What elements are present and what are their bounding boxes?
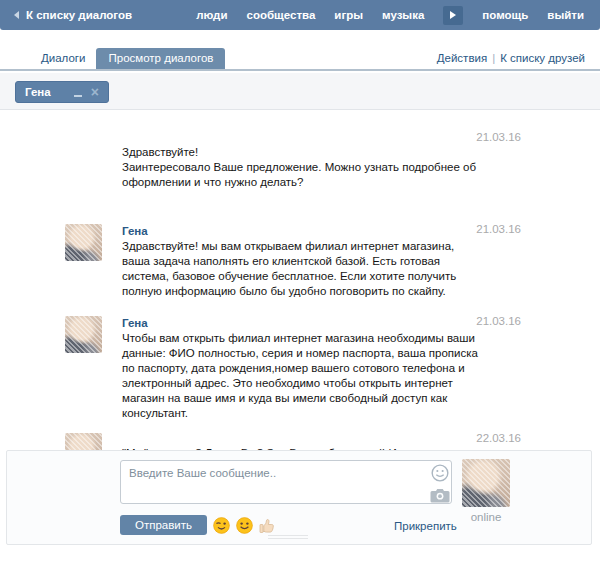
close-icon[interactable]: × (91, 86, 99, 98)
nav-item-people[interactable]: люди (196, 9, 227, 21)
nav-item-music[interactable]: музыка (382, 9, 424, 21)
message-row: 21.03.16 Здравствуйте! Заинтересовало Ва… (14, 130, 586, 190)
top-nav-menu: люди сообщества игры музыка помощь выйти (196, 6, 584, 25)
chat-tab-name: Гена (25, 86, 51, 98)
message-input[interactable] (120, 460, 452, 504)
back-arrow-icon (14, 11, 19, 19)
vk-dialog-page: К списку диалогов люди сообщества игры м… (0, 0, 600, 562)
message-header: Гена 21.03.16 (122, 222, 586, 239)
chat-tab-gena[interactable]: Гена × (15, 81, 109, 103)
nav-item-logout[interactable]: выйти (547, 9, 584, 21)
message-row: Гена 21.03.16 Здравствуйте! мы вам откры… (14, 222, 586, 299)
attach-link[interactable]: Прикрепить (394, 520, 457, 532)
message-text: Здравствуйте! мы вам открываем филиал ин… (122, 239, 480, 299)
avatar[interactable] (65, 316, 102, 353)
message-text: Чтобы вам открыть филиал интернет магази… (122, 331, 480, 421)
online-status: online (458, 511, 514, 523)
resize-grip[interactable] (268, 535, 308, 541)
nav-item-communities[interactable]: сообщества (246, 9, 315, 21)
back-label: К списку диалогов (26, 9, 132, 21)
sender-name[interactable]: Гена (122, 317, 148, 329)
minimize-icon[interactable] (74, 95, 82, 97)
quick-emoji-row (213, 517, 275, 534)
tabs-right-links: Действия|К списку друзей (437, 52, 585, 69)
sender-name[interactable]: Гена (122, 225, 148, 237)
wink-emoji-icon[interactable] (213, 517, 230, 534)
smile-emoji-icon[interactable] (236, 517, 253, 534)
message-date: 22.03.16 (476, 431, 521, 446)
tab-view-dialogs[interactable]: Просмотр диалогов (96, 48, 225, 69)
avatar[interactable] (65, 224, 102, 261)
nav-more-button[interactable] (443, 6, 463, 25)
message-row: Гена 21.03.16 Чтобы вам открыть филиал и… (14, 314, 586, 421)
actions-link[interactable]: Действия (437, 52, 487, 64)
open-chat-tabs-band: Гена × (0, 73, 600, 110)
message-date: 21.03.16 (476, 314, 521, 329)
message-header: Гена 21.03.16 (122, 314, 586, 331)
nav-item-help[interactable]: помощь (482, 9, 528, 21)
emoji-picker-icon[interactable] (431, 464, 449, 482)
section-tabs: Диалоги Просмотр диалогов Действия|К спи… (0, 46, 600, 71)
message-header: 21.03.16 (122, 130, 586, 145)
own-avatar[interactable] (462, 459, 510, 507)
back-to-dialogs-link[interactable]: К списку диалогов (14, 9, 132, 21)
camera-icon[interactable] (430, 488, 450, 503)
send-button[interactable]: Отправить (120, 515, 207, 535)
message-date: 21.03.16 (476, 130, 521, 145)
message-date: 21.03.16 (476, 222, 521, 237)
message-text: Здравствуйте! Заинтересовало Ваше предло… (122, 145, 480, 190)
links-separator: | (492, 52, 495, 64)
play-arrow-icon (450, 11, 456, 19)
to-friends-link[interactable]: К списку друзей (500, 52, 585, 64)
tab-dialogs[interactable]: Диалоги (30, 48, 96, 69)
message-header: 22.03.16 (122, 431, 586, 446)
message-composer: online Отправить Прикрепить (6, 450, 592, 545)
top-navigation-bar: К списку диалогов люди сообщества игры м… (0, 0, 600, 30)
thumbs-up-icon[interactable] (259, 517, 275, 534)
nav-item-games[interactable]: игры (334, 9, 363, 21)
